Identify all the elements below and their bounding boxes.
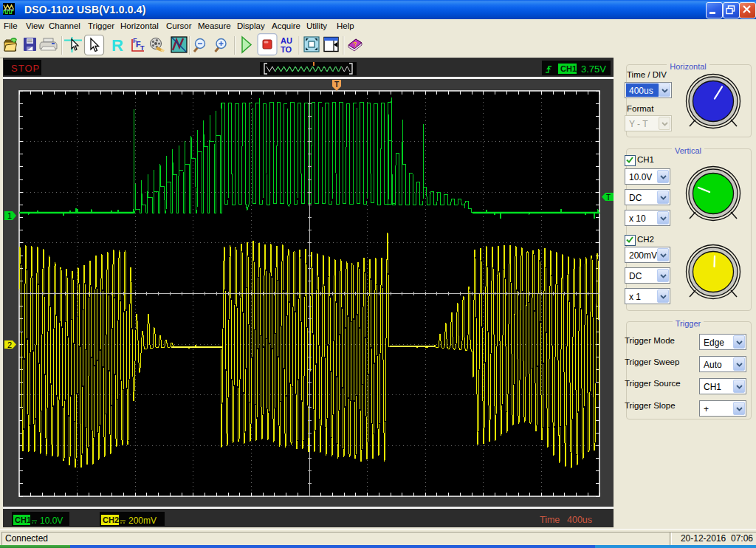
svg-text:CH2: CH2 xyxy=(103,516,119,524)
svg-text:CH1: CH1 xyxy=(15,516,31,524)
svg-text:TO: TO xyxy=(281,45,292,54)
svg-text:R: R xyxy=(111,36,123,55)
svg-text:1: 1 xyxy=(7,211,12,220)
svg-text:STOP: STOP xyxy=(11,63,40,74)
svg-text:Time: Time xyxy=(540,515,560,525)
svg-text:T: T xyxy=(140,44,145,52)
svg-text:T: T xyxy=(334,81,339,89)
svg-text:3.75V: 3.75V xyxy=(581,64,606,75)
svg-text:200mV: 200mV xyxy=(128,516,157,526)
svg-text:10.0V: 10.0V xyxy=(40,516,63,526)
svg-text:400us: 400us xyxy=(567,515,592,525)
svg-text:AU: AU xyxy=(281,36,292,45)
svg-text:CH1: CH1 xyxy=(560,64,577,73)
svg-text:2: 2 xyxy=(7,340,12,349)
svg-text:T: T xyxy=(606,193,611,202)
